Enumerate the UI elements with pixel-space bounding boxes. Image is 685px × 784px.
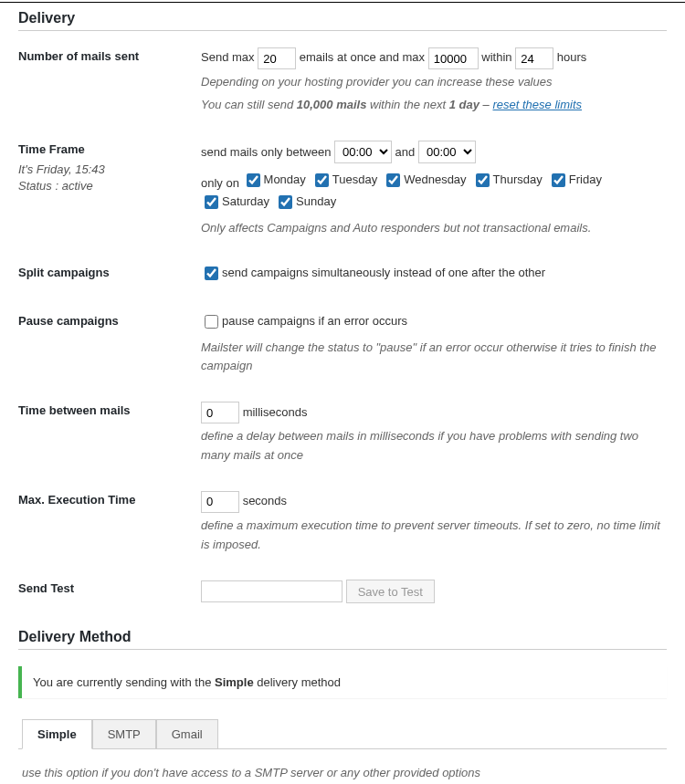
day-checkbox-wednesday[interactable] [386, 173, 400, 187]
day-label: Tuesday [332, 171, 377, 190]
text: only on [201, 174, 239, 193]
hint-text: You can still send 10,000 mails within t… [201, 96, 667, 115]
text: send mails only between [201, 143, 331, 162]
reset-limits-link[interactable]: reset these limits [492, 98, 582, 111]
hint-text: define a maximum execution time to preve… [201, 517, 667, 555]
day-label: Thursday [493, 171, 543, 190]
sendtest-input[interactable] [201, 580, 342, 602]
row-maxexec: Max. Execution Time seconds define a max… [18, 491, 667, 555]
label-sendtest: Send Test [18, 580, 201, 595]
day-checkbox-monday[interactable] [247, 173, 260, 187]
day-label: Friday [569, 171, 602, 190]
day-label: Monday [264, 171, 306, 190]
tab-gmail[interactable]: Gmail [156, 719, 218, 749]
tab-content-simple: use this option if you don't have access… [18, 749, 667, 784]
row-timeframe: Time Frame It's Friday, 15:43 Status : a… [18, 141, 667, 238]
tab-desc: use this option if you don't have access… [22, 766, 663, 779]
tab-simple[interactable]: Simple [22, 719, 92, 749]
hint-text: Mailster will change the status to "paus… [201, 339, 667, 377]
day-checkbox-saturday[interactable] [205, 195, 218, 209]
day-label: Sunday [296, 193, 336, 212]
timeframe-now: It's Friday, 15:43 [18, 162, 201, 178]
tab-smtp[interactable]: SMTP [92, 719, 156, 749]
timeframe-from-select[interactable]: 00:00 [334, 141, 392, 163]
hint-text: define a delay between mails in millisec… [201, 427, 667, 465]
timeframe-status: Status : active [18, 178, 201, 194]
section-delivery-heading: Delivery [18, 10, 667, 31]
section-delivery-method-heading: Delivery Method [18, 629, 667, 650]
label-mails-sent: Number of mails sent [18, 47, 201, 63]
day-checkbox-thursday[interactable] [476, 173, 490, 187]
label-timeframe: Time Frame [18, 142, 201, 156]
split-checkbox[interactable] [205, 267, 218, 280]
row-pause: Pause campaigns pause campaigns if an er… [18, 312, 667, 376]
text: emails at once and max [300, 48, 425, 68]
text: Send max [201, 48, 255, 68]
split-text: send campaigns simultaneously instead of… [222, 264, 545, 283]
day-checkbox-sunday[interactable] [279, 195, 292, 209]
maxexec-input[interactable] [201, 491, 239, 513]
hint-text: Depending on your hosting provider you c… [201, 73, 667, 92]
row-split: Split campaigns send campaigns simultane… [18, 264, 667, 287]
day-checkbox-tuesday[interactable] [315, 173, 329, 187]
text: hours [557, 48, 587, 68]
day-checkbox-friday[interactable] [552, 173, 565, 187]
mails-at-once-input[interactable] [258, 47, 296, 69]
save-to-test-button[interactable]: Save to Test [346, 580, 435, 603]
between-input[interactable] [201, 402, 239, 423]
label-maxexec: Max. Execution Time [18, 491, 201, 507]
delivery-method-notice: You are currently sending with the Simpl… [18, 666, 667, 698]
pause-checkbox[interactable] [205, 315, 218, 329]
between-unit: milliseconds [243, 403, 308, 423]
timeframe-to-select[interactable]: 00:00 [418, 141, 476, 163]
pause-text: pause campaigns if an error occurs [222, 312, 407, 331]
hint-text: Only affects Campaigns and Auto responde… [201, 219, 667, 238]
delivery-tabs: Simple SMTP Gmail [18, 718, 667, 749]
day-label: Saturday [222, 193, 269, 212]
text: and [395, 143, 416, 162]
label-split: Split campaigns [18, 264, 201, 279]
mails-hours-input[interactable] [515, 47, 553, 69]
maxexec-unit: seconds [243, 492, 287, 511]
row-between: Time between mails milliseconds define a… [18, 402, 667, 465]
mails-max-input[interactable] [428, 47, 479, 69]
label-pause: Pause campaigns [18, 312, 201, 328]
label-between: Time between mails [18, 402, 201, 417]
row-mails-sent: Number of mails sent Send max emails at … [18, 47, 667, 115]
row-sendtest: Send Test Save to Test [18, 580, 667, 603]
day-label: Wednesday [404, 171, 466, 190]
text: within [481, 48, 511, 68]
